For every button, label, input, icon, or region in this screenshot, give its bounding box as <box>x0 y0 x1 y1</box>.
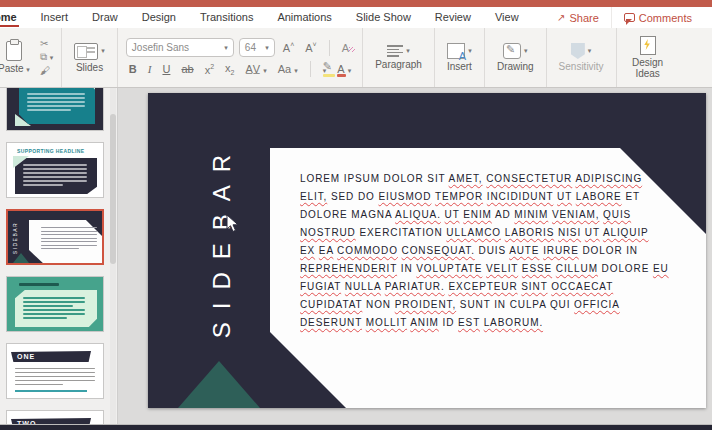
drawing-button[interactable]: ▾ Drawing <box>493 41 538 74</box>
thumbnail-scrollbar-thumb[interactable] <box>110 114 116 264</box>
mouse-cursor <box>226 215 239 233</box>
new-slide-button[interactable]: ▾ Slides <box>70 41 109 75</box>
ribbon-tabs: HomeInsertDrawDesignTransitionsAnimation… <box>0 8 531 27</box>
teal-triangle-shape[interactable] <box>178 361 260 408</box>
body-text-line: LOREM IPSUM DOLOR SIT AMET, CONSECTETUR … <box>300 170 669 188</box>
slide-thumbnail-3-selected[interactable]: SIDEBAR <box>6 209 104 265</box>
insert-button[interactable]: ▾ Insert <box>443 41 476 74</box>
paste-button[interactable]: Paste ▾ <box>0 39 34 77</box>
tab-slide-show[interactable]: Slide Show <box>344 8 423 27</box>
tab-animations[interactable]: Animations <box>265 8 343 27</box>
sensitivity-button[interactable]: ▾ Sensitivity <box>555 41 608 74</box>
thumb-text-line <box>23 297 85 299</box>
tab-home[interactable]: Home <box>0 8 29 27</box>
thumb-text-line <box>41 227 97 228</box>
window-titlebar <box>0 0 712 7</box>
tab-transitions[interactable]: Transitions <box>188 8 265 27</box>
thumb-text-line <box>41 241 97 242</box>
thumb-text-line <box>15 380 95 381</box>
insert-label: Insert <box>447 61 472 72</box>
thumb-text-line <box>23 317 67 319</box>
thumb-text-line <box>41 234 97 235</box>
thumb-text-line <box>41 238 97 239</box>
cut-button[interactable]: ✂ <box>40 38 53 50</box>
paragraph-button[interactable]: ▾ Paragraph <box>371 43 426 72</box>
sensitivity-label: Sensitivity <box>559 61 604 72</box>
slide-vertical-title[interactable]: SIDEBAR <box>207 140 237 340</box>
font-color-button[interactable]: A ▾ <box>334 63 354 75</box>
highlight-color-button[interactable]: ▾ <box>320 63 330 75</box>
increase-font-button[interactable]: A˄ <box>280 41 297 54</box>
slide-canvas[interactable]: SIDEBAR LOREM IPSUM DOLOR SIT AMET, CONS… <box>148 93 706 408</box>
workspace: SUPPORTING HEADLINE SIDEBAR <box>0 88 712 430</box>
tab-review[interactable]: Review <box>423 8 483 27</box>
design-ideas-button[interactable]: Design Ideas <box>625 34 671 81</box>
font-size-select[interactable]: 64 ▾ <box>239 38 275 57</box>
bold-button[interactable]: B <box>126 63 140 75</box>
drawing-group: ▾ Drawing <box>485 28 547 87</box>
body-text-line: CUPIDATAT NON PROIDENT, SUNT IN CULPA QU… <box>300 296 669 314</box>
character-spacing-button[interactable]: A̲V̲ ▾ <box>242 63 269 75</box>
body-text-line: NOSTRUD EXERCITATION ULLAMCO LABORIS NIS… <box>300 224 669 242</box>
body-text-line: DOLORE MAGNA ALIQUA. UT ENIM AD MINIM VE… <box>300 206 669 224</box>
thumb-text-line <box>27 97 85 99</box>
teal-divider-line <box>15 390 87 392</box>
font-size-value: 64 <box>245 42 256 53</box>
subscript-button[interactable]: x2 <box>222 62 237 76</box>
thumb-text-line <box>23 305 73 307</box>
chevron-down-icon: ▾ <box>224 44 228 52</box>
drawing-pencil-icon <box>503 43 521 59</box>
text-box-icon <box>447 43 465 59</box>
change-case-button[interactable]: Aa ▾ <box>275 63 301 75</box>
paragraph-lines-icon <box>387 45 403 57</box>
thumb-banner-label: ONE <box>17 353 35 360</box>
format-painter-button[interactable]: 🖌 <box>40 65 53 77</box>
decrease-font-button[interactable]: A˅ <box>302 41 319 54</box>
slide-body-text[interactable]: LOREM IPSUM DOLOR SIT AMET, CONSECTETUR … <box>300 170 669 332</box>
italic-button[interactable]: I <box>145 63 155 75</box>
font-group: Josefin Sans ▾ 64 ▾ A˄ A˅ A B I U <box>118 28 363 87</box>
thumb-text-line <box>15 372 95 373</box>
underline-button[interactable]: U <box>159 63 173 75</box>
slide-thumbnail-5[interactable]: ONE <box>6 343 104 399</box>
copy-button[interactable]: ⧉ ▾ <box>40 51 53 64</box>
bottom-bar <box>0 424 712 430</box>
tab-insert[interactable]: Insert <box>29 8 81 27</box>
chevron-down-icon: ▾ <box>406 47 410 55</box>
slides-group: ▾ Slides <box>62 28 118 87</box>
ribbon: Paste ▾ ✂ ⧉ ▾ 🖌 ▾ Slides Josefin <box>0 28 712 88</box>
superscript-button[interactable]: x2 <box>202 63 217 76</box>
clear-formatting-button[interactable]: A <box>339 42 352 54</box>
chevron-down-icon: ▾ <box>263 67 267 74</box>
body-text-line: DESERUNT MOLLIT ANIM ID EST LABORUM. <box>300 314 669 332</box>
body-text-line: FUGIAT NULLA PARIATUR. EXCEPTEUR SINT OC… <box>300 278 669 296</box>
chevron-down-icon: ▾ <box>588 47 592 55</box>
tab-view[interactable]: View <box>483 8 531 27</box>
body-text-line: REPREHENDERIT IN VOLUPTATE VELIT ESSE CI… <box>300 260 669 278</box>
tab-design[interactable]: Design <box>130 8 188 27</box>
chevron-down-icon: ▾ <box>294 67 298 74</box>
chevron-down-icon: ▾ <box>50 54 54 61</box>
font-name-select[interactable]: Josefin Sans ▾ <box>126 38 234 57</box>
clipboard-group: Paste ▾ ✂ ⧉ ▾ 🖌 <box>0 28 62 87</box>
paste-label: Paste <box>0 63 24 74</box>
thumb-sidebar-title: SIDEBAR <box>12 218 18 258</box>
design-ideas-label: Design Ideas <box>629 57 667 79</box>
share-button[interactable]: ↗ Share <box>545 7 611 28</box>
slide-thumbnail-2[interactable]: SUPPORTING HEADLINE <box>6 142 104 198</box>
menu-bar: HomeInsertDrawDesignTransitionsAnimation… <box>0 7 712 28</box>
slide-thumbnail-4[interactable] <box>6 276 104 332</box>
insert-group: ▾ Insert <box>435 28 485 87</box>
paste-clipboard-icon <box>6 41 22 61</box>
thumb-headline: SUPPORTING HEADLINE <box>17 148 85 154</box>
comments-button[interactable]: Comments <box>611 7 712 28</box>
tab-draw[interactable]: Draw <box>80 8 130 27</box>
chevron-down-icon: ▾ <box>348 67 352 74</box>
divider <box>310 61 311 77</box>
divider <box>329 40 330 56</box>
paragraph-group: ▾ Paragraph <box>363 28 435 87</box>
chevron-down-icon: ▾ <box>468 47 472 55</box>
sensitivity-badge-icon <box>571 43 585 59</box>
strikethrough-button[interactable]: ab <box>178 63 196 75</box>
slide-thumbnail-1[interactable] <box>6 88 104 131</box>
